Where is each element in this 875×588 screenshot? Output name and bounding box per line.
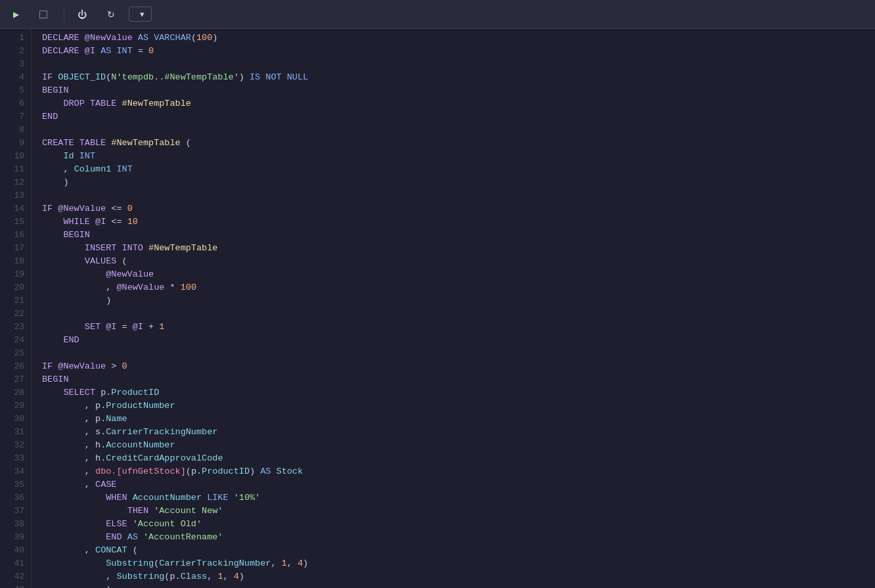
code-line: BEGIN — [42, 84, 875, 97]
code-line: , Substring(p.Class, 1, 4) — [42, 570, 875, 583]
line-numbers: 1234567891011121314151617181920212223242… — [0, 29, 32, 588]
code-area[interactable]: DECLARE @NewValue AS VARCHAR(100)DECLARE… — [32, 29, 875, 588]
code-line: SET @I = @I + 1 — [42, 321, 875, 334]
code-line: , dbo.[ufnGetStock](p.ProductID) AS Stoc… — [42, 465, 875, 478]
code-line: , h.AccountNumber — [42, 439, 875, 452]
code-line: , s.CarrierTrackingNumber — [42, 426, 875, 439]
disconnect-icon: ⏻ — [78, 9, 87, 20]
run-icon: ▶ — [13, 10, 19, 19]
code-line: WHILE @I <= 10 — [42, 215, 875, 229]
code-line: , CASE — [42, 478, 875, 491]
code-line: SELECT p.ProductID — [42, 386, 875, 399]
cancel-button[interactable] — [33, 8, 57, 21]
code-line: END — [42, 110, 875, 124]
code-line — [42, 58, 875, 71]
code-line: ELSE 'Account Old' — [42, 518, 875, 531]
toolbar: ▶ ⏻ ↻ ▾ — [0, 0, 875, 29]
connection-dropdown[interactable]: ▾ — [129, 7, 152, 22]
code-line — [42, 189, 875, 202]
code-line: IF @NewValue > 0 — [42, 360, 875, 373]
code-line: , @NewValue * 100 — [42, 281, 875, 294]
separator-1 — [64, 7, 64, 22]
code-line: CREATE TABLE #NewTempTable ( — [42, 137, 875, 150]
code-line — [42, 347, 875, 360]
code-line: DECLARE @NewValue AS VARCHAR(100) — [42, 32, 875, 45]
code-line: INSERT INTO #NewTempTable — [42, 242, 875, 255]
change-connection-button[interactable]: ↻ — [101, 7, 125, 22]
code-line: ) — [42, 294, 875, 307]
code-line: BEGIN — [42, 373, 875, 386]
code-line: DECLARE @I AS INT = 0 — [42, 45, 875, 58]
code-editor: 1234567891011121314151617181920212223242… — [0, 29, 875, 588]
code-line: , Column1 INT — [42, 163, 875, 176]
code-line: VALUES ( — [42, 255, 875, 268]
cancel-icon — [39, 11, 47, 18]
code-line: END — [42, 334, 875, 347]
code-line: Id INT — [42, 150, 875, 163]
code-line — [42, 307, 875, 321]
code-line: , p.Name — [42, 413, 875, 426]
code-line: THEN 'Account New' — [42, 505, 875, 518]
code-line: DROP TABLE #NewTempTable — [42, 97, 875, 110]
disconnect-button[interactable]: ⏻ — [71, 7, 97, 22]
code-line — [42, 124, 875, 137]
code-line: @NewValue — [42, 268, 875, 281]
dropdown-chevron-icon: ▾ — [140, 9, 145, 19]
code-line: END AS 'AccountRename' — [42, 531, 875, 544]
code-line: , h.CreditCardApprovalCode — [42, 452, 875, 465]
code-line: ) — [42, 583, 875, 588]
code-line: IF @NewValue <= 0 — [42, 202, 875, 215]
code-line: WHEN AccountNumber LIKE '10%' — [42, 491, 875, 505]
code-line: , CONCAT ( — [42, 544, 875, 557]
code-line: IF OBJECT_ID(N'tempdb..#NewTempTable') I… — [42, 71, 875, 84]
code-line: BEGIN — [42, 229, 875, 242]
code-line: , p.ProductNumber — [42, 399, 875, 413]
code-line: ) — [42, 176, 875, 189]
change-connection-icon: ↻ — [107, 9, 115, 20]
run-button[interactable]: ▶ — [7, 7, 29, 22]
code-line: Substring(CarrierTrackingNumber, 1, 4) — [42, 557, 875, 570]
